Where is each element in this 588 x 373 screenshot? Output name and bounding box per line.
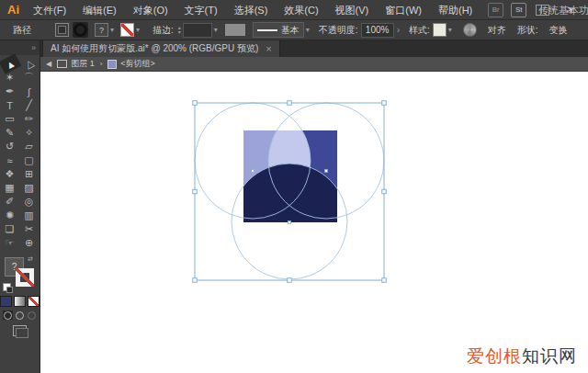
close-icon[interactable]: × xyxy=(266,43,271,54)
anchor-point[interactable] xyxy=(288,221,291,224)
selection-handle[interactable] xyxy=(193,278,198,283)
brush-definition-dropdown[interactable]: 基本 xyxy=(253,22,304,38)
mesh-tool[interactable]: ▦ xyxy=(1,181,19,195)
transform-button[interactable]: 变换 xyxy=(549,24,568,37)
free-transform-tool[interactable]: ▢ xyxy=(20,153,39,167)
fill-mixed-swatch[interactable]: ? xyxy=(95,23,108,37)
menu-items: 文件(F)编辑(E)对象(O)文字(T)选择(S)效果(C)视图(V)窗口(W)… xyxy=(25,0,481,19)
lasso-tool[interactable]: ⌒ xyxy=(20,71,39,85)
draw-behind-button[interactable] xyxy=(15,311,25,320)
watermark-part2: 知识网 xyxy=(522,346,577,366)
selection-handle[interactable] xyxy=(382,189,387,194)
scale-tool[interactable]: ▱ xyxy=(20,140,39,153)
draw-inside-button[interactable] xyxy=(27,311,37,320)
artboard-tool[interactable]: ❏ xyxy=(1,222,19,236)
selection-handle[interactable] xyxy=(382,278,387,283)
watermark-part1: 爱创根 xyxy=(467,346,522,366)
stroke-weight-label: 描边: xyxy=(153,24,174,37)
document-tab-bar: AI 如何使用剪切蒙版.ai* @ 200% (RGB/GPU 预览) × xyxy=(0,40,588,57)
fill-stroke-indicator: ? ⇄ xyxy=(0,255,40,294)
selection-handle[interactable] xyxy=(288,101,292,106)
menu-item-help[interactable]: 帮助(H) xyxy=(430,0,481,20)
gradient-button[interactable] xyxy=(14,296,26,307)
type-tool[interactable]: T xyxy=(1,98,19,112)
draw-normal-button[interactable] xyxy=(3,311,13,320)
selection-handle[interactable] xyxy=(193,101,198,106)
opacity-label: 不透明度: xyxy=(319,24,358,37)
breadcrumb-layer[interactable]: 图层 1 xyxy=(71,58,95,70)
width-profile-dropdown[interactable] xyxy=(225,24,245,36)
menu-item-view[interactable]: 视图(V) xyxy=(327,0,378,20)
chevron-down-icon[interactable]: ▾ xyxy=(110,26,114,34)
clipped-square-artwork[interactable] xyxy=(232,103,384,279)
stroke-weight-input[interactable] xyxy=(183,23,212,38)
breadcrumb-group[interactable]: <剪切组> xyxy=(120,58,155,70)
bridge-badge-icon[interactable]: Br xyxy=(488,3,503,17)
step-down-icon[interactable]: ▾ xyxy=(178,30,181,35)
menu-item-window[interactable]: 窗口(W) xyxy=(377,0,430,20)
shaper-tool[interactable]: ✧ xyxy=(20,126,39,140)
rotate-tool[interactable]: ↺ xyxy=(1,140,19,153)
selection-type-label: 路径 xyxy=(13,24,31,37)
paintbrush-tool[interactable]: ✏ xyxy=(20,112,39,126)
graph-tool[interactable]: ▥ xyxy=(20,209,39,222)
drawing-mode-buttons xyxy=(0,311,40,320)
anchor-point[interactable] xyxy=(325,170,328,173)
menu-item-effect[interactable]: 效果(C) xyxy=(276,0,326,20)
selection-handle[interactable] xyxy=(382,101,387,106)
menu-item-file[interactable]: 文件(F) xyxy=(25,0,74,20)
pen-tool[interactable]: ✒ xyxy=(1,85,19,98)
color-button[interactable] xyxy=(0,296,12,307)
chevron-down-icon[interactable]: ▾ xyxy=(306,26,310,34)
brush-stroke-preview xyxy=(257,29,277,31)
hand-tool[interactable]: ☞ xyxy=(1,236,19,250)
graphic-style-swatch[interactable] xyxy=(433,23,447,37)
width-tool[interactable]: ≈ xyxy=(1,153,19,167)
recolor-artwork-icon[interactable] xyxy=(463,23,477,37)
screen-mode-icon[interactable] xyxy=(13,325,27,336)
symbol-sprayer-tool[interactable]: ✺ xyxy=(1,209,19,222)
menu-item-select[interactable]: 选择(S) xyxy=(226,0,277,20)
gradient-tool[interactable]: ▨ xyxy=(20,181,39,195)
document-tab[interactable]: AI 如何使用剪切蒙版.ai* @ 200% (RGB/GPU 预览) × xyxy=(42,40,280,57)
opacity-input[interactable]: 100% xyxy=(361,23,394,38)
menu-item-edit[interactable]: 编辑(E) xyxy=(74,0,125,20)
slice-tool[interactable]: ✂ xyxy=(20,222,39,236)
swap-fill-stroke-icon[interactable]: ⇄ xyxy=(28,255,33,263)
stock-badge-icon[interactable]: St xyxy=(511,3,526,17)
shape-builder-tool[interactable]: ❖ xyxy=(1,167,19,181)
chevron-down-icon[interactable]: ▾ xyxy=(214,26,218,34)
align-button[interactable]: 对齐 xyxy=(488,24,506,37)
rectangle-tool[interactable]: ▭ xyxy=(1,112,19,126)
chevron-right-icon[interactable]: › xyxy=(397,25,400,35)
pencil-tool[interactable]: ✎ xyxy=(1,126,19,140)
stroke-color-icon[interactable] xyxy=(73,22,88,38)
stroke-none-swatch[interactable] xyxy=(120,23,134,37)
shape-label: 形状: xyxy=(517,24,538,37)
zoom-tool[interactable]: ⊕ xyxy=(20,236,39,250)
perspective-grid-tool[interactable]: ⊞ xyxy=(20,167,39,181)
workspace-switcher[interactable]: 传统基本功能 xyxy=(538,0,588,20)
selection-handle[interactable] xyxy=(288,278,292,283)
curvature-tool[interactable]: ∫ xyxy=(20,85,39,98)
stroke-weight-stepper[interactable]: ▴ ▾ xyxy=(178,26,181,35)
line-segment-tool[interactable]: ╱ xyxy=(20,98,39,112)
canvas-artboard[interactable]: 爱创根知识网 xyxy=(40,72,588,373)
selection-handle[interactable] xyxy=(193,189,198,194)
tools-panel: » ▲△✶⌒✒∫T╱▭✏✎✧↺▱≈▢❖⊞▦▨✐◎✺▥❏✂☞⊕ ? ⇄ xyxy=(0,40,40,373)
menu-item-object[interactable]: 对象(O) xyxy=(125,0,176,20)
tools-grid: ▲△✶⌒✒∫T╱▭✏✎✧↺▱≈▢❖⊞▦▨✐◎✺▥❏✂☞⊕ xyxy=(0,55,40,250)
none-button[interactable] xyxy=(28,296,40,307)
fill-color-icon[interactable] xyxy=(55,23,69,37)
eyedropper-tool[interactable]: ✐ xyxy=(1,195,19,209)
blend-tool[interactable]: ◎ xyxy=(20,195,39,209)
magic-wand-tool[interactable]: ✶ xyxy=(1,71,19,85)
anchor-point[interactable] xyxy=(252,170,254,173)
menu-item-type[interactable]: 文字(T) xyxy=(176,0,226,20)
layer-icon xyxy=(57,60,67,68)
default-fill-stroke-icon[interactable] xyxy=(3,283,11,291)
stroke-swatch-none[interactable] xyxy=(16,268,34,287)
chevron-down-icon[interactable]: ▾ xyxy=(136,26,140,34)
exit-isolation-back-icon[interactable]: ◀ xyxy=(46,60,51,68)
chevron-down-icon[interactable]: ▾ xyxy=(448,26,452,34)
